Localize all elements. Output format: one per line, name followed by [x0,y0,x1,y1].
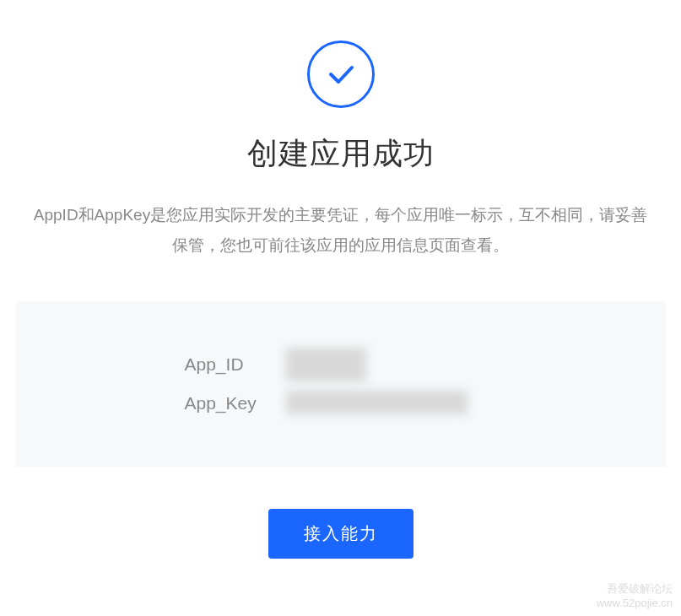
success-checkmark-icon [307,41,375,108]
checkmark-icon [322,56,359,93]
description-text: AppID和AppKey是您应用实际开发的主要凭证，每个应用唯一标示，互不相同，… [16,200,666,261]
credentials-panel: App_ID App_Key [16,301,666,467]
watermark-line2: www.52pojie.cn [597,597,673,611]
access-capability-button[interactable]: 接入能力 [268,509,413,559]
watermark-line1: 吾爱破解论坛 [597,582,673,597]
app-key-value-obscured [286,391,468,416]
success-icon-container [307,41,375,108]
page-title: 创建应用成功 [247,133,435,175]
app-id-row: App_ID [50,352,632,377]
watermark: 吾爱破解论坛 www.52pojie.cn [597,582,673,611]
app-key-row: App_Key [50,391,632,416]
app-key-label: App_Key [185,393,278,413]
app-id-value-obscured [286,352,366,377]
app-id-label: App_ID [185,354,278,375]
